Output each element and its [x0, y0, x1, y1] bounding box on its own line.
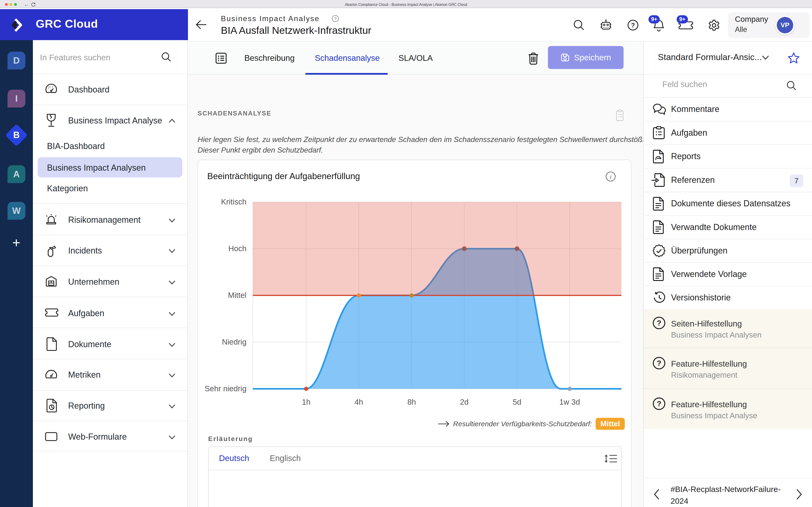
svg-text:Niedrig: Niedrig	[222, 338, 247, 346]
svg-text:Hoch: Hoch	[229, 244, 247, 253]
svg-text:2d: 2d	[460, 398, 469, 406]
svg-text:?: ?	[657, 319, 661, 327]
svg-text:1w 3d: 1w 3d	[559, 398, 580, 406]
svg-text:?: ?	[334, 16, 337, 21]
svg-text:Mittel: Mittel	[228, 291, 247, 299]
svg-text:Kritisch: Kritisch	[221, 198, 247, 206]
svg-text:?: ?	[657, 359, 661, 368]
svg-text:4h: 4h	[355, 398, 363, 406]
svg-text:5d: 5d	[513, 398, 521, 406]
svg-text:?: ?	[657, 399, 661, 408]
svg-text:1h: 1h	[302, 398, 311, 406]
svg-text:Sehr niedrig: Sehr niedrig	[205, 384, 247, 393]
svg-text:8h: 8h	[407, 398, 416, 406]
svg-text:?: ?	[631, 22, 635, 29]
